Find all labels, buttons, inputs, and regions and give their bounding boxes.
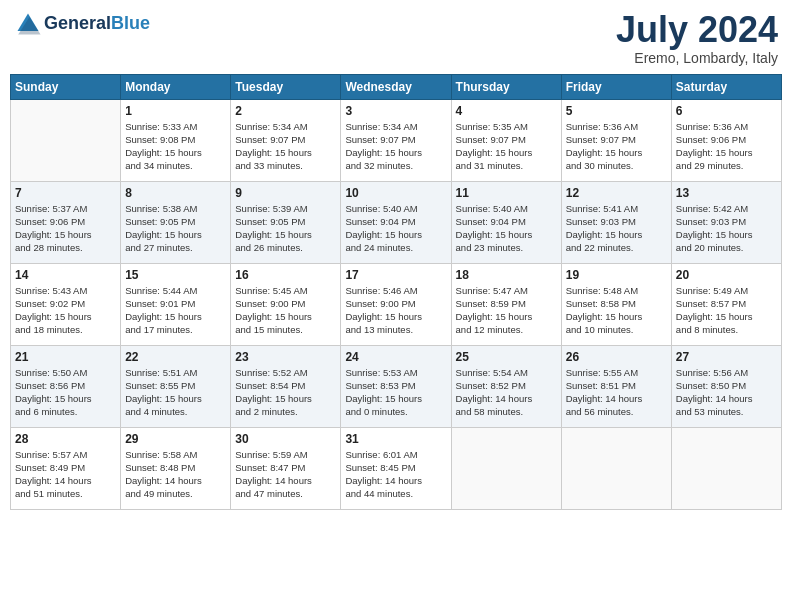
calendar-week-row: 28Sunrise: 5:57 AMSunset: 8:49 PMDayligh… — [11, 427, 782, 509]
daylight-continued-text: and 28 minutes. — [15, 241, 116, 254]
calendar-day-cell — [451, 427, 561, 509]
day-info: Sunrise: 5:38 AMSunset: 9:05 PMDaylight:… — [125, 202, 226, 255]
sunset-text: Sunset: 9:07 PM — [345, 133, 446, 146]
sunset-text: Sunset: 9:07 PM — [235, 133, 336, 146]
sunset-text: Sunset: 9:04 PM — [345, 215, 446, 228]
daylight-continued-text: and 31 minutes. — [456, 159, 557, 172]
daylight-text: Daylight: 15 hours — [566, 310, 667, 323]
day-info: Sunrise: 5:59 AMSunset: 8:47 PMDaylight:… — [235, 448, 336, 501]
day-info: Sunrise: 5:34 AMSunset: 9:07 PMDaylight:… — [345, 120, 446, 173]
sunset-text: Sunset: 8:54 PM — [235, 379, 336, 392]
location: Eremo, Lombardy, Italy — [616, 50, 778, 66]
day-number: 11 — [456, 186, 557, 200]
daylight-text: Daylight: 15 hours — [345, 146, 446, 159]
sunrise-text: Sunrise: 5:35 AM — [456, 120, 557, 133]
sunrise-text: Sunrise: 5:49 AM — [676, 284, 777, 297]
calendar-day-cell: 2Sunrise: 5:34 AMSunset: 9:07 PMDaylight… — [231, 99, 341, 181]
day-info: Sunrise: 5:36 AMSunset: 9:07 PMDaylight:… — [566, 120, 667, 173]
calendar-day-cell: 11Sunrise: 5:40 AMSunset: 9:04 PMDayligh… — [451, 181, 561, 263]
logo: GeneralBlue — [14, 10, 150, 38]
day-number: 30 — [235, 432, 336, 446]
day-info: Sunrise: 5:41 AMSunset: 9:03 PMDaylight:… — [566, 202, 667, 255]
daylight-text: Daylight: 15 hours — [235, 392, 336, 405]
calendar-day-cell: 5Sunrise: 5:36 AMSunset: 9:07 PMDaylight… — [561, 99, 671, 181]
day-number: 17 — [345, 268, 446, 282]
day-number: 29 — [125, 432, 226, 446]
day-info: Sunrise: 5:53 AMSunset: 8:53 PMDaylight:… — [345, 366, 446, 419]
day-info: Sunrise: 5:58 AMSunset: 8:48 PMDaylight:… — [125, 448, 226, 501]
sunrise-text: Sunrise: 5:38 AM — [125, 202, 226, 215]
daylight-continued-text: and 29 minutes. — [676, 159, 777, 172]
sunrise-text: Sunrise: 5:47 AM — [456, 284, 557, 297]
sunset-text: Sunset: 8:53 PM — [345, 379, 446, 392]
page-header: GeneralBlue July 2024 Eremo, Lombardy, I… — [10, 10, 782, 66]
sunset-text: Sunset: 9:04 PM — [456, 215, 557, 228]
daylight-continued-text: and 23 minutes. — [456, 241, 557, 254]
calendar-day-cell: 16Sunrise: 5:45 AMSunset: 9:00 PMDayligh… — [231, 263, 341, 345]
calendar-body: 1Sunrise: 5:33 AMSunset: 9:08 PMDaylight… — [11, 99, 782, 509]
day-number: 15 — [125, 268, 226, 282]
sunrise-text: Sunrise: 5:44 AM — [125, 284, 226, 297]
daylight-text: Daylight: 15 hours — [566, 228, 667, 241]
day-number: 21 — [15, 350, 116, 364]
weekday-header-cell: Wednesday — [341, 74, 451, 99]
daylight-continued-text: and 24 minutes. — [345, 241, 446, 254]
calendar-day-cell: 22Sunrise: 5:51 AMSunset: 8:55 PMDayligh… — [121, 345, 231, 427]
daylight-continued-text: and 13 minutes. — [345, 323, 446, 336]
day-number: 26 — [566, 350, 667, 364]
sunset-text: Sunset: 8:55 PM — [125, 379, 226, 392]
month-year: July 2024 — [616, 10, 778, 50]
sunset-text: Sunset: 9:06 PM — [15, 215, 116, 228]
calendar-day-cell: 30Sunrise: 5:59 AMSunset: 8:47 PMDayligh… — [231, 427, 341, 509]
daylight-continued-text: and 2 minutes. — [235, 405, 336, 418]
sunset-text: Sunset: 9:03 PM — [676, 215, 777, 228]
daylight-text: Daylight: 15 hours — [456, 310, 557, 323]
daylight-continued-text: and 27 minutes. — [125, 241, 226, 254]
day-number: 25 — [456, 350, 557, 364]
calendar-day-cell: 19Sunrise: 5:48 AMSunset: 8:58 PMDayligh… — [561, 263, 671, 345]
day-info: Sunrise: 5:43 AMSunset: 9:02 PMDaylight:… — [15, 284, 116, 337]
daylight-text: Daylight: 15 hours — [125, 392, 226, 405]
calendar-day-cell: 31Sunrise: 6:01 AMSunset: 8:45 PMDayligh… — [341, 427, 451, 509]
daylight-text: Daylight: 14 hours — [15, 474, 116, 487]
day-info: Sunrise: 5:52 AMSunset: 8:54 PMDaylight:… — [235, 366, 336, 419]
daylight-continued-text: and 20 minutes. — [676, 241, 777, 254]
sunrise-text: Sunrise: 5:45 AM — [235, 284, 336, 297]
sunset-text: Sunset: 9:03 PM — [566, 215, 667, 228]
sunrise-text: Sunrise: 5:41 AM — [566, 202, 667, 215]
sunrise-text: Sunrise: 5:34 AM — [345, 120, 446, 133]
sunrise-text: Sunrise: 5:39 AM — [235, 202, 336, 215]
day-info: Sunrise: 5:48 AMSunset: 8:58 PMDaylight:… — [566, 284, 667, 337]
daylight-continued-text: and 22 minutes. — [566, 241, 667, 254]
daylight-continued-text: and 32 minutes. — [345, 159, 446, 172]
day-info: Sunrise: 5:40 AMSunset: 9:04 PMDaylight:… — [345, 202, 446, 255]
day-number: 16 — [235, 268, 336, 282]
daylight-text: Daylight: 15 hours — [125, 146, 226, 159]
daylight-continued-text: and 6 minutes. — [15, 405, 116, 418]
day-number: 6 — [676, 104, 777, 118]
sunrise-text: Sunrise: 5:36 AM — [676, 120, 777, 133]
daylight-continued-text: and 34 minutes. — [125, 159, 226, 172]
day-info: Sunrise: 5:39 AMSunset: 9:05 PMDaylight:… — [235, 202, 336, 255]
day-number: 10 — [345, 186, 446, 200]
calendar-day-cell: 17Sunrise: 5:46 AMSunset: 9:00 PMDayligh… — [341, 263, 451, 345]
weekday-header-cell: Saturday — [671, 74, 781, 99]
daylight-text: Daylight: 15 hours — [15, 310, 116, 323]
sunrise-text: Sunrise: 5:53 AM — [345, 366, 446, 379]
day-info: Sunrise: 5:54 AMSunset: 8:52 PMDaylight:… — [456, 366, 557, 419]
daylight-text: Daylight: 15 hours — [125, 228, 226, 241]
day-number: 9 — [235, 186, 336, 200]
daylight-text: Daylight: 15 hours — [676, 228, 777, 241]
day-info: Sunrise: 6:01 AMSunset: 8:45 PMDaylight:… — [345, 448, 446, 501]
calendar-day-cell: 20Sunrise: 5:49 AMSunset: 8:57 PMDayligh… — [671, 263, 781, 345]
sunrise-text: Sunrise: 5:48 AM — [566, 284, 667, 297]
sunset-text: Sunset: 9:05 PM — [125, 215, 226, 228]
calendar-day-cell: 18Sunrise: 5:47 AMSunset: 8:59 PMDayligh… — [451, 263, 561, 345]
calendar-day-cell: 13Sunrise: 5:42 AMSunset: 9:03 PMDayligh… — [671, 181, 781, 263]
day-number: 19 — [566, 268, 667, 282]
daylight-continued-text: and 15 minutes. — [235, 323, 336, 336]
calendar-day-cell: 14Sunrise: 5:43 AMSunset: 9:02 PMDayligh… — [11, 263, 121, 345]
daylight-text: Daylight: 15 hours — [345, 310, 446, 323]
daylight-text: Daylight: 15 hours — [125, 310, 226, 323]
weekday-header-cell: Thursday — [451, 74, 561, 99]
